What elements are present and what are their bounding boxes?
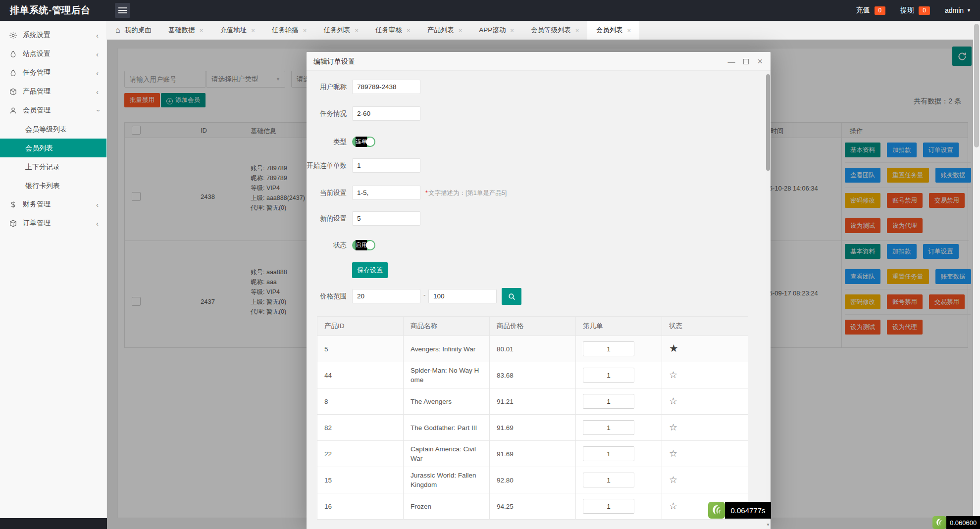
task-status-input[interactable]	[352, 106, 420, 121]
sidebar-item-site-settings[interactable]: 站点设置‹	[0, 45, 106, 63]
home-icon: ⌂	[115, 26, 120, 35]
drop-icon	[9, 69, 23, 77]
sidebar: 系统设置‹ 站点设置‹ 任务管理‹ 产品管理‹ 会员管理‹ 会员等级列表 会员列…	[0, 21, 107, 518]
save-settings-button[interactable]: 保存设置	[352, 262, 388, 278]
withdraw-label: 提现	[900, 6, 914, 15]
product-row: 82 The Godfather: Part III 91.69 ☆	[317, 415, 748, 441]
modal-scrollbar[interactable]: ▼	[766, 71, 771, 529]
order-number-input[interactable]	[583, 394, 634, 409]
tab-member-list[interactable]: 会员列表×	[587, 21, 639, 40]
col-order-number: 第几单	[576, 317, 662, 336]
tab-task-list[interactable]: 任务列表×	[315, 21, 367, 40]
recharge-count-badge: 0	[875, 6, 886, 15]
field-label: 任务情况	[307, 109, 347, 118]
tab-bar: ⌂我的桌面 基础数据× 充值地址× 任务轮播× 任务列表× 任务审核× 产品列表…	[107, 21, 980, 40]
star-icon[interactable]: ☆	[669, 448, 677, 459]
new-setting-input[interactable]	[352, 211, 420, 226]
sidebar-item-member-management[interactable]: 会员管理‹	[0, 101, 106, 120]
tab-product-list[interactable]: 产品列表×	[419, 21, 471, 40]
sidebar-item-bank-card-list[interactable]: 银行卡列表	[0, 176, 106, 195]
withdraw-menu[interactable]: 提现 0	[900, 6, 930, 15]
field-label: 开始连单单数	[307, 161, 347, 170]
drop-icon	[9, 50, 23, 58]
app: 排单系统-管理后台 充值 0 提现 0 admin ▼ ⌂我的桌面 基础数据× …	[0, 0, 980, 529]
order-number-input[interactable]	[583, 420, 634, 435]
username: admin	[945, 6, 964, 14]
scrollbar-thumb[interactable]	[974, 24, 979, 147]
scrollbar-thumb[interactable]	[766, 74, 770, 171]
close-icon[interactable]: ×	[757, 57, 763, 66]
user-menu[interactable]: admin ▼	[945, 6, 971, 14]
chevron-left-icon: ‹	[96, 88, 99, 96]
order-number-input[interactable]	[583, 341, 634, 356]
product-row: 15 Jurassic World: Fallen Kingdom 92.80 …	[317, 467, 748, 493]
page-scrollbar[interactable]	[973, 21, 980, 529]
tab-desktop[interactable]: ⌂我的桌面	[107, 21, 160, 40]
close-icon[interactable]: ×	[627, 27, 631, 34]
scroll-down-icon[interactable]: ▼	[766, 523, 771, 527]
type-toggle[interactable]: 连单	[352, 137, 375, 147]
chevron-left-icon: ‹	[96, 31, 99, 40]
recharge-menu[interactable]: 充值 0	[856, 6, 886, 15]
close-icon[interactable]: ×	[407, 27, 411, 34]
chevron-left-icon: ‹	[96, 69, 99, 77]
field-label: 状态	[307, 241, 347, 250]
chevron-down-icon: ▼	[967, 8, 971, 13]
sidebar-item-score-records[interactable]: 上下分记录	[0, 157, 106, 176]
field-label: 当前设置	[307, 189, 347, 197]
tab-app-scroll[interactable]: APP滚动×	[470, 21, 522, 40]
tab-task-carousel[interactable]: 任务轮播×	[263, 21, 315, 40]
order-number-input[interactable]	[583, 499, 634, 514]
current-setting-input[interactable]	[352, 186, 420, 200]
sidebar-item-system-settings[interactable]: 系统设置‹	[0, 26, 106, 45]
app-title: 排单系统-管理后台	[10, 0, 91, 21]
close-icon[interactable]: ×	[510, 27, 514, 34]
col-product-price: 商品价格	[490, 317, 576, 336]
price-search-button[interactable]	[502, 288, 521, 305]
exec-time-badge: 0.060600	[932, 516, 980, 529]
hamburger-icon[interactable]	[115, 3, 130, 18]
order-number-input[interactable]	[583, 368, 634, 383]
exec-time-badge: 0.064777s	[708, 502, 771, 519]
close-icon[interactable]: ×	[200, 27, 204, 34]
recharge-label: 充值	[856, 6, 870, 15]
order-number-input[interactable]	[583, 473, 634, 487]
star-icon[interactable]: ☆	[669, 370, 677, 380]
nickname-input[interactable]	[352, 80, 420, 94]
sidebar-item-finance-management[interactable]: 财务管理‹	[0, 195, 106, 214]
tab-task-review[interactable]: 任务审核×	[367, 21, 419, 40]
star-icon[interactable]: ☆	[669, 396, 677, 406]
edit-order-settings-modal: 编辑订单设置 — × 用户昵称 任务情况 类型 连单 开始连单单数 当前设置 *…	[307, 52, 771, 529]
price-min-input[interactable]	[352, 289, 420, 303]
start-chain-count-input[interactable]	[352, 158, 420, 173]
close-icon[interactable]: ×	[459, 27, 463, 34]
status-toggle[interactable]: 启用	[352, 240, 375, 250]
close-icon[interactable]: ×	[303, 27, 307, 34]
price-max-input[interactable]	[428, 289, 497, 303]
tab-member-level-list[interactable]: 会员等级列表×	[522, 21, 588, 40]
product-row: 44 Spider-Man: No Way Home 83.68 ☆	[317, 362, 748, 388]
tab-recharge-address[interactable]: 充值地址×	[211, 21, 263, 40]
product-row: 22 Captain America: Civil War 91.69 ☆	[317, 441, 748, 467]
sidebar-item-task-management[interactable]: 任务管理‹	[0, 63, 106, 82]
sidebar-item-member-list[interactable]: 会员列表	[0, 139, 106, 157]
product-row: 8 The Avengers 91.21 ☆	[317, 388, 748, 415]
star-icon[interactable]: ☆	[669, 422, 677, 433]
close-icon[interactable]: ×	[575, 27, 579, 34]
leaf-logo-icon	[708, 502, 725, 519]
search-icon	[508, 292, 516, 301]
field-label: 新的设置	[307, 214, 347, 223]
tab-basic-data[interactable]: 基础数据×	[160, 21, 212, 40]
close-icon[interactable]: ×	[251, 27, 255, 34]
star-icon[interactable]: ★	[669, 342, 678, 354]
order-number-input[interactable]	[583, 446, 634, 461]
sidebar-item-member-level-list[interactable]: 会员等级列表	[0, 120, 106, 139]
sidebar-item-product-management[interactable]: 产品管理‹	[0, 82, 106, 101]
star-icon[interactable]: ☆	[669, 475, 677, 485]
star-icon[interactable]: ☆	[669, 501, 677, 511]
maximize-icon[interactable]	[743, 59, 749, 64]
minimize-icon[interactable]: —	[727, 58, 735, 65]
top-bar: 排单系统-管理后台 充值 0 提现 0 admin ▼	[0, 0, 980, 21]
close-icon[interactable]: ×	[355, 27, 359, 34]
sidebar-item-order-management[interactable]: 订单管理‹	[0, 214, 106, 233]
